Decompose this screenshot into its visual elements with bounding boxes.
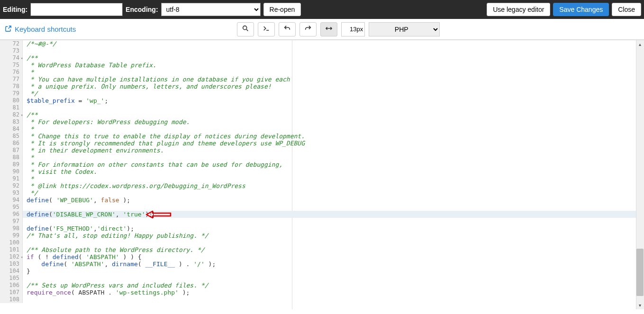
code-line[interactable]: 76 *: [0, 69, 644, 76]
code-line[interactable]: 85 * Change this to true to enable the d…: [0, 133, 644, 140]
code-line[interactable]: 73: [0, 47, 644, 54]
vertical-scrollbar[interactable]: ▴ ▾: [636, 40, 644, 309]
code-line[interactable]: 99/* That's all, stop editing! Happy pub…: [0, 232, 644, 239]
scroll-up-icon[interactable]: ▴: [636, 40, 644, 48]
code-line[interactable]: 84 *: [0, 126, 644, 133]
code-line[interactable]: 107require_once( ABSPATH . 'wp-settings.…: [0, 289, 644, 296]
save-button[interactable]: Save Changes: [553, 3, 609, 16]
code-line[interactable]: 94define( 'WP_DEBUG', false );: [0, 197, 644, 204]
redo-button[interactable]: [299, 22, 317, 36]
font-size-input[interactable]: [341, 22, 365, 36]
code-line[interactable]: 87 * in their development environments.: [0, 147, 644, 154]
code-line[interactable]: 82▾/**: [0, 111, 644, 118]
undo-icon: [283, 25, 291, 34]
code-line[interactable]: 96define('DISABLE_WP_CRON', 'true');: [0, 211, 644, 218]
code-line[interactable]: 95: [0, 204, 644, 211]
wrap-button[interactable]: [320, 22, 337, 36]
wrap-icon: [325, 25, 333, 34]
undo-button[interactable]: [279, 22, 296, 36]
scroll-thumb[interactable]: [636, 249, 644, 296]
code-line[interactable]: 108: [0, 296, 644, 303]
scroll-down-icon[interactable]: ▾: [636, 301, 644, 309]
keyboard-shortcuts-label: Keyboard shortcuts: [15, 25, 76, 33]
code-line[interactable]: 78 * a unique prefix. Only numbers, lett…: [0, 83, 644, 90]
code-line[interactable]: 90 * visit the Codex.: [0, 168, 644, 175]
code-line[interactable]: 72/*~#@-*/: [0, 40, 644, 47]
code-line[interactable]: 93 */: [0, 189, 644, 197]
language-select[interactable]: PHP: [369, 22, 440, 36]
keyboard-shortcuts-link[interactable]: Keyboard shortcuts: [5, 25, 76, 34]
code-line[interactable]: 103 define( 'ABSPATH', dirname( __FILE__…: [0, 260, 644, 268]
code-line[interactable]: 88 *: [0, 154, 644, 161]
terminal-button[interactable]: [258, 22, 275, 36]
code-line[interactable]: 89 * For information on other constants …: [0, 161, 644, 168]
code-line[interactable]: 98define('FS_METHOD','direct');: [0, 225, 644, 232]
code-line[interactable]: 77 * You can have multiple installations…: [0, 76, 644, 83]
code-line[interactable]: 106/** Sets up WordPress vars and includ…: [0, 282, 644, 289]
terminal-icon: [263, 25, 270, 34]
code-line[interactable]: 100: [0, 239, 644, 246]
editing-label: Editing:: [3, 6, 27, 13]
code-line[interactable]: 81: [0, 104, 644, 111]
code-line[interactable]: 92 * @link https://codex.wordpress.org/D…: [0, 182, 644, 189]
close-button[interactable]: Close: [612, 3, 641, 16]
topbar: Editing: Encoding: utf-8 Re-open Use leg…: [0, 0, 644, 19]
encoding-select[interactable]: utf-8: [161, 3, 261, 16]
code-line[interactable]: 101/** Absolute path to the WordPress di…: [0, 246, 644, 253]
editor-wrap: 72/*~#@-*/7374▾/**75 * WordPress Databas…: [0, 40, 644, 309]
encoding-label: Encoding:: [126, 6, 158, 13]
toolbar: Keyboard shortcuts PHP: [0, 19, 644, 40]
code-line[interactable]: 83 * For developers: WordPress debugging…: [0, 118, 644, 126]
code-line[interactable]: 75 * WordPress Database Table prefix.: [0, 62, 644, 69]
reopen-button[interactable]: Re-open: [263, 3, 301, 16]
svg-point-0: [243, 26, 247, 30]
legacy-editor-button[interactable]: Use legacy editor: [487, 3, 550, 16]
code-line[interactable]: 91 *: [0, 175, 644, 182]
search-button[interactable]: [237, 22, 254, 36]
code-line[interactable]: 105: [0, 275, 644, 282]
code-line[interactable]: 86 * It is strongly recommended that plu…: [0, 140, 644, 147]
search-icon: [242, 25, 249, 34]
code-line[interactable]: 79 */: [0, 90, 644, 97]
code-editor[interactable]: 72/*~#@-*/7374▾/**75 * WordPress Databas…: [0, 40, 644, 309]
code-line[interactable]: 97: [0, 218, 644, 225]
redo-icon: [304, 25, 312, 34]
code-line[interactable]: 104}: [0, 268, 644, 275]
external-link-icon: [5, 25, 12, 34]
code-line[interactable]: 74▾/**: [0, 54, 644, 62]
code-line[interactable]: 102▾if ( ! defined( 'ABSPATH' ) ) {: [0, 253, 644, 260]
editing-input[interactable]: [30, 3, 123, 16]
code-line[interactable]: 80$table_prefix = 'wp_';: [0, 97, 644, 104]
